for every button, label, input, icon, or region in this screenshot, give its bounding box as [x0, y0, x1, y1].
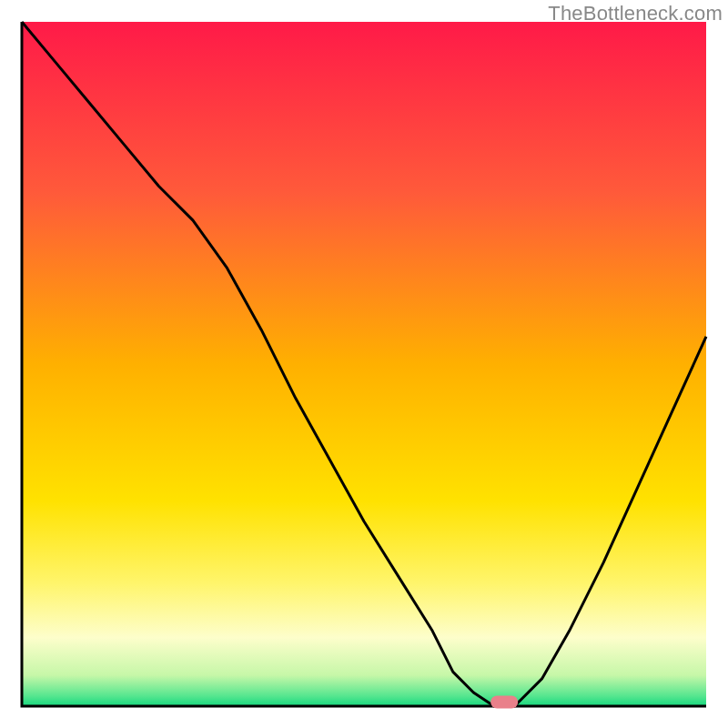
plot-background	[22, 22, 706, 706]
chart-svg	[0, 0, 728, 728]
bottleneck-chart: TheBottleneck.com	[0, 0, 728, 728]
watermark-text: TheBottleneck.com	[548, 2, 723, 25]
optimal-marker	[490, 695, 518, 708]
